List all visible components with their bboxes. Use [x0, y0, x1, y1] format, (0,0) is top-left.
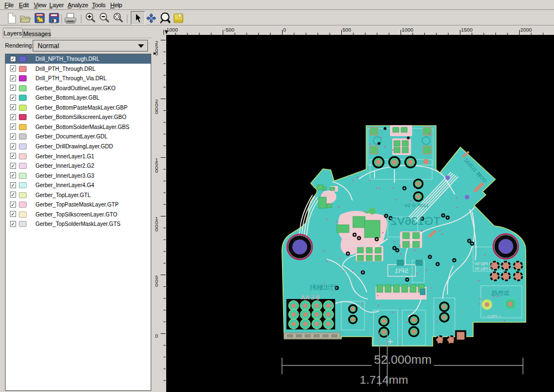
- svg-text:加热线: 加热线: [491, 290, 510, 296]
- svg-text:1500: 1500: [461, 27, 473, 33]
- svg-text:0: 0: [155, 168, 158, 174]
- svg-text:SPI1: SPI1: [395, 267, 409, 274]
- svg-text:扜出触利: 扜出触利: [310, 283, 336, 291]
- svg-text:G PB2 5V: G PB2 5V: [474, 262, 491, 266]
- svg-text:1.714mm: 1.714mm: [360, 373, 408, 386]
- svg-text:+ PB11 −: + PB11 −: [483, 314, 501, 319]
- svg-text:-500: -500: [224, 27, 234, 33]
- svg-text:1000: 1000: [402, 27, 413, 33]
- svg-text:0: 0: [155, 226, 158, 233]
- svg-text:B E A A: B E A A: [301, 295, 320, 301]
- svg-text:G PB1 5V: G PB1 5V: [474, 267, 491, 271]
- svg-text:0: 0: [155, 333, 158, 339]
- svg-text:TG136V2: TG136V2: [391, 214, 440, 227]
- svg-text:0: 0: [283, 27, 286, 33]
- svg-text:120R G 5V: 120R G 5V: [404, 203, 429, 208]
- svg-text:0: 0: [155, 282, 158, 288]
- svg-text:52.000mm: 52.000mm: [374, 353, 432, 367]
- svg-text:2000: 2000: [520, 27, 532, 33]
- svg-text:500: 500: [342, 27, 351, 33]
- svg-text:0: 0: [155, 109, 158, 115]
